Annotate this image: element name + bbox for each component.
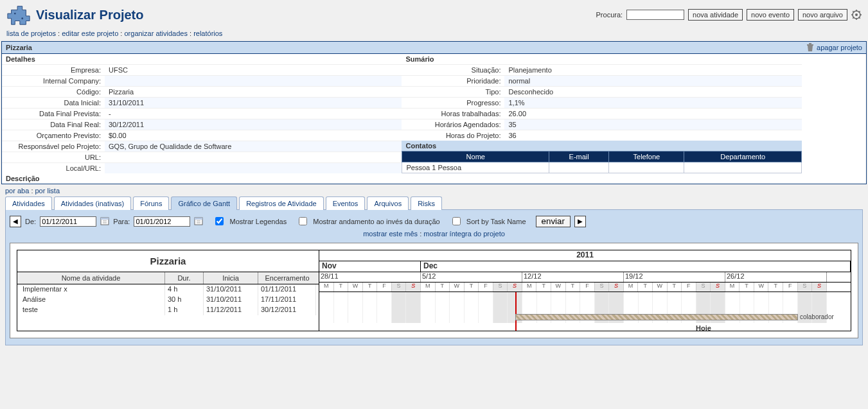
details-header: Detalhes bbox=[2, 54, 402, 64]
calendar-icon[interactable] bbox=[100, 216, 109, 227]
gantt-bar-label: colaborador bbox=[800, 313, 834, 320]
svg-rect-15 bbox=[101, 218, 109, 220]
gantt-legend-checkbox[interactable] bbox=[215, 217, 224, 225]
tab-registros[interactable]: Registros de Atividade bbox=[239, 196, 323, 210]
gantt-submit-button[interactable]: enviar bbox=[536, 216, 571, 227]
gantt-bar-teste bbox=[515, 314, 798, 320]
description-header: Descrição bbox=[2, 173, 866, 184]
tab-atividades[interactable]: Atividades bbox=[5, 196, 52, 210]
gantt-from-label: De: bbox=[25, 218, 36, 225]
gantt-title: Pizzaria bbox=[17, 250, 319, 272]
tab-risks[interactable]: Risks bbox=[411, 196, 442, 210]
new-event-button[interactable]: novo evento bbox=[747, 9, 794, 21]
subnav-by-tab[interactable]: por aba bbox=[5, 187, 29, 195]
tab-gantt[interactable]: Gráfico de Gantt bbox=[171, 196, 237, 210]
search-input[interactable] bbox=[626, 10, 684, 20]
svg-point-3 bbox=[855, 13, 858, 16]
new-activity-button[interactable]: nova atividade bbox=[688, 9, 743, 21]
contacts-table: Nome E-mail Telefone Departamento Pessoa… bbox=[402, 151, 801, 173]
svg-rect-13 bbox=[809, 43, 811, 44]
trash-icon[interactable] bbox=[806, 43, 815, 53]
breadcrumb-edit[interactable]: editar este projeto bbox=[62, 30, 118, 37]
breadcrumb: lista de projetos : editar este projeto … bbox=[0, 28, 868, 41]
svg-rect-12 bbox=[807, 44, 813, 46]
contacts-header: Contatos bbox=[402, 141, 801, 151]
gantt-legend-label: Mostrar Legendas bbox=[229, 218, 287, 225]
gantt-sort-label: Sort by Task Name bbox=[466, 218, 526, 225]
gantt-task-row: teste1 h11/12/201130/12/2011 bbox=[17, 305, 319, 315]
tab-inativas[interactable]: Atividades (inativas) bbox=[54, 196, 131, 210]
search-label: Procura: bbox=[596, 11, 623, 19]
app-logo bbox=[6, 3, 31, 27]
breadcrumb-organize[interactable]: organizar atividades bbox=[124, 30, 187, 37]
svg-rect-19 bbox=[195, 218, 202, 220]
page-title: Visualizar Projeto bbox=[36, 8, 143, 22]
gantt-today-label: Hoje bbox=[696, 324, 722, 331]
contact-row: Pessoa 1 Pessoa bbox=[402, 162, 801, 173]
tab-arquivos[interactable]: Arquivos bbox=[367, 196, 409, 210]
gantt-progress-label: Mostrar andamento ao invés da duração bbox=[313, 218, 440, 225]
subnav-by-list[interactable]: por lista bbox=[35, 187, 60, 195]
tab-eventos[interactable]: Eventos bbox=[326, 196, 366, 210]
gantt-sort-checkbox[interactable] bbox=[452, 217, 461, 225]
gear-icon[interactable] bbox=[851, 10, 862, 20]
project-name: Pizzaria bbox=[2, 42, 866, 54]
gantt-task-row: Implementar x4 h31/10/201101/11/2011 bbox=[17, 284, 319, 295]
summary-header: Sumário bbox=[402, 54, 801, 64]
gantt-full-project-link[interactable]: mostrar íntegra do projeto bbox=[423, 230, 505, 238]
gantt-prev-button[interactable]: ◀ bbox=[10, 216, 21, 227]
gantt-progress-checkbox[interactable] bbox=[299, 217, 307, 225]
svg-point-0 bbox=[14, 13, 16, 15]
tab-foruns[interactable]: Fóruns bbox=[133, 196, 169, 210]
new-file-button[interactable]: novo arquivo bbox=[798, 9, 847, 21]
gantt-from-input[interactable] bbox=[40, 216, 96, 227]
delete-project-link[interactable]: apagar projeto bbox=[817, 44, 862, 51]
gantt-to-input[interactable] bbox=[134, 216, 190, 227]
gantt-to-label: Para: bbox=[113, 218, 130, 225]
breadcrumb-reports[interactable]: relatórios bbox=[193, 30, 222, 37]
gantt-task-row: Análise30 h31/10/201117/11/2011 bbox=[17, 295, 319, 305]
breadcrumb-projects[interactable]: lista de projetos bbox=[6, 30, 56, 37]
gantt-this-month-link[interactable]: mostrar este mês bbox=[363, 230, 418, 238]
svg-point-1 bbox=[21, 17, 23, 19]
calendar-icon[interactable] bbox=[194, 216, 203, 227]
gantt-year: 2011 bbox=[319, 250, 851, 261]
gantt-next-button[interactable]: ▶ bbox=[574, 216, 586, 227]
gantt-today-line bbox=[515, 292, 517, 331]
